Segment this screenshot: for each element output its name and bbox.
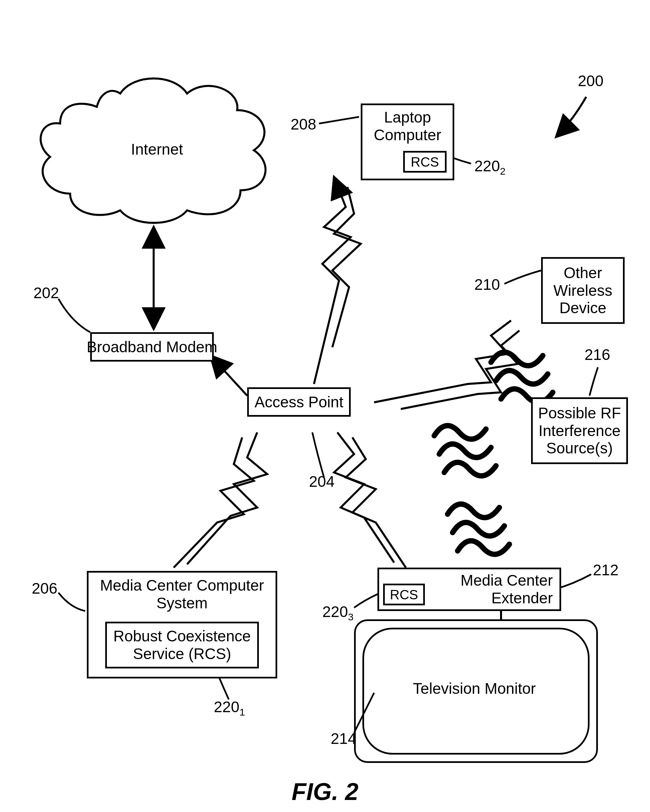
tv-label: Television Monitor (407, 679, 541, 698)
ref-214: 214 (331, 730, 356, 748)
ref-206: 206 (32, 579, 57, 597)
ref-210: 210 (474, 275, 500, 293)
internet-label: Internet (120, 140, 194, 158)
access-point-box: Access Point (247, 387, 351, 417)
ref-2203-main: 220 (322, 603, 348, 620)
ref-2203: 2203 (322, 603, 353, 623)
mc-line2: System (156, 594, 207, 612)
ext-line1: Media Center (460, 572, 553, 589)
other-line3: Device (560, 299, 607, 317)
laptop-line1: Laptop (384, 108, 431, 126)
other-line1: Other (563, 264, 602, 282)
diagram-stage: Internet Broadband Modem Access Point La… (0, 0, 650, 812)
ref-212: 212 (593, 561, 619, 579)
rf-line3: Source(s) (546, 440, 613, 457)
laptop-rcs-label: RCS (411, 154, 439, 169)
ref-2203-sub: 3 (348, 611, 354, 622)
other-line2: Wireless (554, 282, 612, 299)
ref-208: 208 (291, 115, 316, 133)
broadband-modem-box: Broadband Modem (90, 332, 214, 362)
access-point-label: Access Point (254, 393, 343, 411)
rf-line1: Possible RF (538, 404, 621, 422)
other-wireless-box: Other Wireless Device (541, 257, 625, 324)
ref-2202: 2202 (474, 157, 505, 177)
rcs-full-line1: Robust Coexistence (113, 627, 251, 645)
ext-line2: Extender (491, 589, 553, 607)
rcs-full-line2: Service (RCS) (133, 645, 231, 663)
rcs-full-box: Robust Coexistence Service (RCS) (105, 622, 259, 669)
extender-rcs-label: RCS (390, 587, 418, 602)
extender-box: Media Center Extender RCS (378, 568, 561, 611)
extender-rcs-box: RCS (383, 584, 425, 605)
ref-202: 202 (34, 284, 59, 302)
laptop-line2: Computer (374, 126, 441, 144)
figure-caption: FIG. 2 (0, 778, 650, 805)
laptop-box: Laptop Computer RCS (361, 104, 454, 180)
mc-line1: Media Center Computer (100, 577, 264, 594)
media-center-box: Media Center Computer System Robust Coex… (87, 571, 277, 678)
ref-2201-sub: 1 (240, 707, 245, 717)
ref-2201: 2201 (214, 698, 245, 718)
ref-2202-sub: 2 (500, 166, 506, 177)
laptop-rcs-box: RCS (403, 151, 447, 172)
ref-2201-main: 220 (214, 698, 240, 716)
svg-line-1 (210, 356, 247, 396)
ref-2202-main: 220 (474, 157, 500, 175)
ref-200: 200 (578, 72, 604, 90)
rf-line2: Interference (538, 422, 620, 440)
rf-box: Possible RF Interference Source(s) (531, 397, 628, 464)
ref-216: 216 (584, 346, 610, 363)
broadband-modem-label: Broadband Modem (87, 338, 217, 356)
ref-204: 204 (309, 472, 335, 490)
